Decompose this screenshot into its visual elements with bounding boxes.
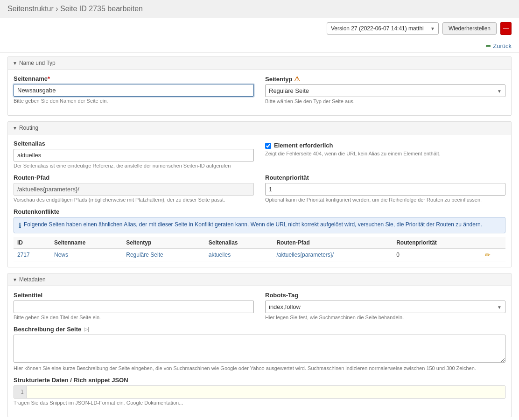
seitentitel-col: Seitentitel Bitte geben Sie den Titel de… — [14, 292, 254, 320]
conflict-row-seitentyp[interactable]: Reguläre Seite — [126, 252, 163, 258]
seitenname-hint: Bitte geben Sie den Namen der Seite ein. — [14, 98, 254, 104]
conflict-row-routenprioritaet: 0 — [393, 249, 481, 261]
strukturierte-daten-col: Strukturierte Daten / Rich snippet JSON … — [14, 377, 505, 406]
seitentyp-warning-icon: ⚠ — [294, 75, 300, 83]
section-header-routing[interactable]: ▼ Routing — [8, 122, 511, 134]
back-arrow-icon: ⬅ — [485, 42, 491, 49]
seitenname-input[interactable] — [14, 84, 254, 97]
routen-pfad-col: Routen-Pfad /aktuelles{parameters}/ Vors… — [14, 174, 254, 203]
conflict-info-box: ℹ Folgende Seiten haben einen ähnlichen … — [14, 217, 505, 233]
section-header-metadaten[interactable]: ▼ Metadaten — [8, 273, 511, 286]
conflict-table: ID Seitenname Seitentyp Seitenalias Rout… — [14, 237, 505, 261]
beschreibung-label-row: Beschreibung der Seite ▷| — [14, 326, 505, 333]
conflict-table-header-row: ID Seitenname Seitentyp Seitenalias Rout… — [14, 237, 505, 249]
element-erforderlich-checkbox[interactable] — [265, 143, 271, 149]
seitenalias-col: Seitenalias Der Seitenalias ist eine ein… — [14, 140, 254, 168]
seitentyp-label: Seitentyp ⚠ — [265, 75, 505, 83]
breadcrumb-link[interactable]: Seitenstruktur — [7, 5, 54, 13]
element-erforderlich-row: Element erforderlich — [265, 142, 505, 149]
routenprioritaet-hint: Optional kann die Priorität konfiguriert… — [265, 197, 505, 203]
conflict-row-id[interactable]: 2717 — [17, 252, 30, 258]
main-content: ▼ Name und Typ Seitenname* Bitte geben S… — [0, 56, 519, 420]
robots-tag-col: Robots-Tag index,follow noindex,nofollow… — [265, 292, 505, 320]
minus-icon: — — [503, 25, 509, 32]
seitentitel-hint: Bitte geben Sie den Titel der Seite ein. — [14, 315, 254, 320]
robots-tag-select-wrapper: index,follow noindex,nofollow index,nofo… — [265, 301, 505, 313]
section-header-name-und-typ[interactable]: ▼ Name und Typ — [8, 57, 511, 70]
conflict-row-seitenname[interactable]: News — [54, 252, 68, 258]
routenkonflikte-label: Routenkonflikte — [14, 208, 505, 215]
name-typ-row: Seitenname* Bitte geben Sie den Namen de… — [14, 75, 505, 104]
strukturierte-daten-hint: Tragen Sie das Snippet im JSON-LD-Format… — [14, 400, 505, 406]
conflict-info-text: Folgende Seiten haben einen ähnlichen Al… — [24, 221, 482, 228]
routen-pfad-hint: Vorschau des endgültigen Pfads (mögliche… — [14, 197, 254, 203]
section-metadaten: ▼ Metadaten Seitentitel Bitte geben Sie … — [7, 273, 512, 417]
col-header-seitenname: Seitenname — [50, 237, 122, 249]
seitentyp-select[interactable]: Reguläre Seite Startseite Fehlerseite — [265, 84, 505, 97]
col-header-seitenalias: Seitenalias — [205, 237, 273, 249]
section-routing: ▼ Routing Seitenalias Der Seitenalias is… — [7, 121, 512, 267]
routen-pfad-value: /aktuelles{parameters}/ — [14, 183, 254, 196]
code-editor: 1 — [14, 385, 505, 399]
seitentitel-label: Seitentitel — [14, 292, 254, 299]
version-select[interactable]: Version 27 (2022-06-07 14:41) matthi — [327, 22, 439, 35]
section-label-metadaten: Metadaten — [19, 276, 46, 283]
beschreibung-hint: Hier können Sie eine kurze Beschreibung … — [14, 365, 505, 371]
section-name-und-typ: ▼ Name und Typ Seitenname* Bitte geben S… — [7, 56, 512, 116]
info-icon: ℹ — [19, 222, 21, 229]
seitenalias-input[interactable] — [14, 149, 254, 161]
seitenname-required: * — [48, 75, 50, 82]
strukturierte-daten-row: Strukturierte Daten / Rich snippet JSON … — [14, 377, 505, 406]
col-header-routenprioritaet: Routenpriorität — [393, 237, 481, 249]
element-erforderlich-label: Element erforderlich — [274, 142, 333, 149]
section-toggle-icon: ▼ — [13, 61, 17, 66]
col-header-routen-pfad: Routen-Pfad — [273, 237, 393, 249]
back-link-row: ⬅ Zurück — [0, 39, 519, 53]
beschreibung-textarea[interactable] — [14, 335, 505, 363]
routenkonflikte-box: Routenkonflikte ℹ Folgende Seiten haben … — [14, 208, 505, 261]
seitenname-col: Seitenname* Bitte geben Sie den Namen de… — [14, 75, 254, 104]
code-line-number: 1 — [14, 386, 27, 398]
seitenalias-hint: Der Seitenalias ist eine eindeutige Refe… — [14, 163, 254, 168]
routing-row1: Seitenalias Der Seitenalias ist eine ein… — [14, 140, 505, 168]
routenprioritaet-col: Routenpriorität Optional kann die Priori… — [265, 174, 505, 203]
seitenname-label: Seitenname* — [14, 75, 254, 82]
col-header-seitentyp: Seitentyp — [122, 237, 205, 249]
seitenalias-label: Seitenalias — [14, 140, 254, 147]
breadcrumb-separator: › — [56, 5, 58, 13]
section-label-routing: Routing — [19, 125, 38, 131]
robots-tag-select[interactable]: index,follow noindex,nofollow index,nofo… — [265, 301, 505, 313]
metadaten-toggle-icon: ▼ — [13, 277, 17, 282]
seitentyp-col: Seitentyp ⚠ Reguläre Seite Startseite Fe… — [265, 75, 505, 104]
back-link[interactable]: ⬅ Zurück — [485, 42, 512, 49]
page-header: Seitenstruktur › Seite ID 2735 bearbeite… — [0, 0, 519, 18]
routen-pfad-label: Routen-Pfad — [14, 174, 254, 181]
restore-button[interactable]: Wiederherstellen — [442, 22, 497, 35]
seitentitel-input[interactable] — [14, 301, 254, 313]
section-body-name-und-typ: Seitenname* Bitte geben Sie den Namen de… — [8, 70, 511, 115]
section-body-metadaten: Seitentitel Bitte geben Sie den Titel de… — [8, 286, 511, 417]
routenprioritaet-input[interactable] — [265, 183, 505, 196]
robots-tag-hint: Hier legen Sie fest, wie Suchmaschinen d… — [265, 315, 505, 320]
conflict-row-seitenalias[interactable]: aktuelles — [209, 252, 231, 258]
routenprioritaet-label: Routenpriorität — [265, 174, 505, 181]
code-editor-input[interactable] — [27, 386, 505, 398]
section-label-name-und-typ: Name und Typ — [19, 60, 56, 66]
seitentyp-hint: Bitte wählen Sie den Typ der Seite aus. — [265, 98, 505, 104]
beschreibung-col: Beschreibung der Seite ▷| Hier können Si… — [14, 326, 505, 371]
toolbar: Version 27 (2022-06-07 14:41) matthi ▼ W… — [0, 18, 519, 39]
expand-icon[interactable]: ▷| — [84, 326, 89, 332]
delete-icon-button[interactable]: — — [500, 22, 512, 35]
page-title: Seite ID 2735 bearbeiten — [60, 5, 143, 13]
element-erforderlich-hint: Zeigt die Fehlerseite 404, wenn die URL … — [265, 151, 505, 156]
version-select-wrapper: Version 27 (2022-06-07 14:41) matthi ▼ — [327, 22, 439, 35]
col-header-id: ID — [14, 237, 50, 249]
beschreibung-row: Beschreibung der Seite ▷| Hier können Si… — [14, 326, 505, 371]
conflict-row-routen-pfad[interactable]: /aktuelles{parameters}/ — [276, 252, 334, 258]
routing-row2: Routen-Pfad /aktuelles{parameters}/ Vors… — [14, 174, 505, 203]
col-header-actions — [481, 237, 505, 249]
routing-toggle-icon: ▼ — [13, 126, 17, 131]
edit-row-icon[interactable]: ✏ — [485, 251, 491, 259]
seitentyp-select-wrapper: Reguläre Seite Startseite Fehlerseite ▼ — [265, 84, 505, 97]
element-erforderlich-col: Element erforderlich Zeigt die Fehlersei… — [265, 140, 505, 168]
